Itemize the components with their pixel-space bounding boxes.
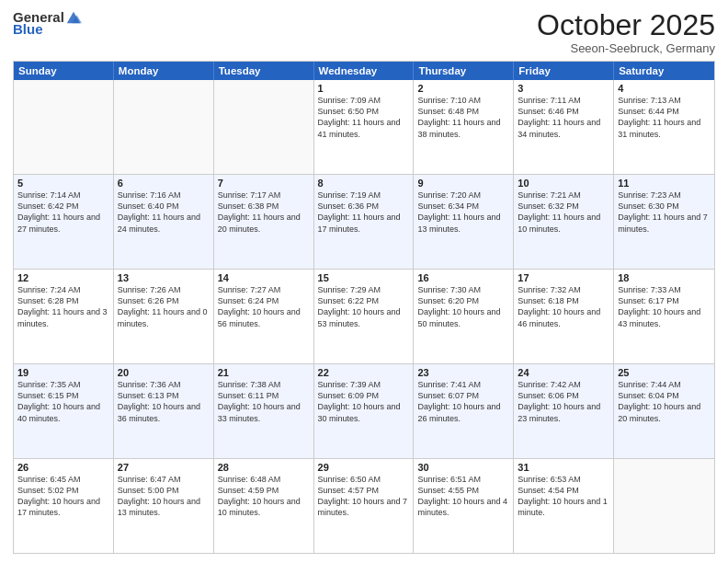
cell-detail: Sunrise: 7:41 AM Sunset: 6:07 PM Dayligh… (417, 379, 509, 424)
cell-detail: Sunrise: 7:10 AM Sunset: 6:48 PM Dayligh… (417, 95, 509, 140)
cell-detail: Sunrise: 7:20 AM Sunset: 6:34 PM Dayligh… (417, 190, 509, 235)
cell-detail: Sunrise: 7:38 AM Sunset: 6:11 PM Dayligh… (218, 379, 310, 424)
cell-detail: Sunrise: 7:30 AM Sunset: 6:20 PM Dayligh… (417, 284, 509, 329)
day-number: 17 (518, 272, 609, 283)
cal-cell: 31Sunrise: 6:53 AM Sunset: 4:54 PM Dayli… (514, 459, 614, 553)
cal-header-sunday: Sunday (14, 62, 114, 80)
cell-detail: Sunrise: 7:32 AM Sunset: 6:18 PM Dayligh… (518, 284, 609, 329)
cal-header-saturday: Saturday (614, 62, 714, 80)
cal-cell: 27Sunrise: 6:47 AM Sunset: 5:00 PM Dayli… (114, 459, 214, 553)
cal-header-tuesday: Tuesday (214, 62, 314, 80)
header-right: October 2025 Seeon-Seebruck, Germany (537, 9, 715, 55)
cal-cell: 14Sunrise: 7:27 AM Sunset: 6:24 PM Dayli… (214, 270, 314, 363)
day-number: 31 (518, 462, 609, 473)
cell-detail: Sunrise: 6:51 AM Sunset: 4:55 PM Dayligh… (417, 474, 509, 519)
cell-detail: Sunrise: 7:33 AM Sunset: 6:17 PM Dayligh… (618, 284, 711, 329)
cal-cell: 3Sunrise: 7:11 AM Sunset: 6:46 PM Daylig… (514, 80, 614, 174)
month-title: October 2025 (537, 9, 715, 41)
cal-header-wednesday: Wednesday (314, 62, 415, 80)
cell-detail: Sunrise: 7:16 AM Sunset: 6:40 PM Dayligh… (118, 190, 210, 235)
cal-week-3: 12Sunrise: 7:24 AM Sunset: 6:28 PM Dayli… (14, 269, 714, 363)
cell-detail: Sunrise: 7:36 AM Sunset: 6:13 PM Dayligh… (118, 379, 210, 424)
logo-blue-text: Blue (13, 22, 43, 38)
cal-cell: 4Sunrise: 7:13 AM Sunset: 6:44 PM Daylig… (614, 80, 714, 174)
cal-cell: 30Sunrise: 6:51 AM Sunset: 4:55 PM Dayli… (414, 459, 514, 553)
day-number: 28 (218, 462, 310, 473)
cal-week-2: 5Sunrise: 7:14 AM Sunset: 6:42 PM Daylig… (14, 174, 714, 269)
day-number: 23 (417, 367, 509, 378)
cal-cell: 29Sunrise: 6:50 AM Sunset: 4:57 PM Dayli… (314, 459, 415, 553)
cal-cell: 12Sunrise: 7:24 AM Sunset: 6:28 PM Dayli… (14, 270, 114, 363)
day-number: 29 (318, 462, 410, 473)
day-number: 7 (218, 178, 310, 189)
cal-cell: 24Sunrise: 7:42 AM Sunset: 6:06 PM Dayli… (514, 364, 614, 458)
cell-detail: Sunrise: 7:44 AM Sunset: 6:04 PM Dayligh… (618, 379, 711, 424)
day-number: 8 (318, 178, 410, 189)
header: General Blue October 2025 Seeon-Seebruck… (13, 9, 715, 55)
cal-cell: 16Sunrise: 7:30 AM Sunset: 6:20 PM Dayli… (414, 270, 514, 363)
cal-cell: 6Sunrise: 7:16 AM Sunset: 6:40 PM Daylig… (114, 175, 214, 269)
day-number: 24 (518, 367, 609, 378)
cell-detail: Sunrise: 7:24 AM Sunset: 6:28 PM Dayligh… (17, 284, 109, 329)
day-number: 26 (17, 462, 109, 473)
cal-cell (614, 459, 714, 553)
day-number: 25 (618, 367, 711, 378)
cell-detail: Sunrise: 7:19 AM Sunset: 6:36 PM Dayligh… (318, 190, 410, 235)
cal-cell: 1Sunrise: 7:09 AM Sunset: 6:50 PM Daylig… (314, 80, 415, 174)
cell-detail: Sunrise: 7:14 AM Sunset: 6:42 PM Dayligh… (17, 190, 109, 235)
cal-cell: 22Sunrise: 7:39 AM Sunset: 6:09 PM Dayli… (314, 364, 415, 458)
day-number: 11 (618, 178, 711, 189)
cal-cell (114, 80, 214, 174)
day-number: 30 (417, 462, 509, 473)
cal-cell: 25Sunrise: 7:44 AM Sunset: 6:04 PM Dayli… (614, 364, 714, 458)
calendar-body: 1Sunrise: 7:09 AM Sunset: 6:50 PM Daylig… (14, 80, 714, 553)
cal-cell: 23Sunrise: 7:41 AM Sunset: 6:07 PM Dayli… (414, 364, 514, 458)
day-number: 19 (17, 367, 109, 378)
cell-detail: Sunrise: 6:53 AM Sunset: 4:54 PM Dayligh… (518, 474, 609, 519)
cell-detail: Sunrise: 7:39 AM Sunset: 6:09 PM Dayligh… (318, 379, 410, 424)
cal-cell: 8Sunrise: 7:19 AM Sunset: 6:36 PM Daylig… (314, 175, 415, 269)
cal-cell (214, 80, 314, 174)
cell-detail: Sunrise: 7:23 AM Sunset: 6:30 PM Dayligh… (618, 190, 711, 235)
cal-week-5: 26Sunrise: 6:45 AM Sunset: 5:02 PM Dayli… (14, 458, 714, 553)
cal-cell (14, 80, 114, 174)
calendar: SundayMondayTuesdayWednesdayThursdayFrid… (13, 61, 715, 554)
day-number: 13 (118, 272, 210, 283)
cal-header-friday: Friday (514, 62, 614, 80)
cell-detail: Sunrise: 7:09 AM Sunset: 6:50 PM Dayligh… (318, 95, 410, 140)
cal-cell: 18Sunrise: 7:33 AM Sunset: 6:17 PM Dayli… (614, 270, 714, 363)
day-number: 2 (417, 83, 509, 94)
calendar-header-row: SundayMondayTuesdayWednesdayThursdayFrid… (14, 62, 714, 80)
day-number: 5 (17, 178, 109, 189)
cell-detail: Sunrise: 6:45 AM Sunset: 5:02 PM Dayligh… (17, 474, 109, 519)
logo: General Blue (13, 9, 82, 38)
cal-cell: 15Sunrise: 7:29 AM Sunset: 6:22 PM Dayli… (314, 270, 415, 363)
day-number: 20 (118, 367, 210, 378)
day-number: 14 (218, 272, 310, 283)
cell-detail: Sunrise: 7:21 AM Sunset: 6:32 PM Dayligh… (518, 190, 609, 235)
cell-detail: Sunrise: 6:50 AM Sunset: 4:57 PM Dayligh… (318, 474, 410, 519)
cell-detail: Sunrise: 7:26 AM Sunset: 6:26 PM Dayligh… (118, 284, 210, 329)
day-number: 12 (17, 272, 109, 283)
day-number: 18 (618, 272, 711, 283)
cell-detail: Sunrise: 7:13 AM Sunset: 6:44 PM Dayligh… (618, 95, 711, 140)
location: Seeon-Seebruck, Germany (537, 41, 715, 55)
page: General Blue October 2025 Seeon-Seebruck… (0, 0, 728, 563)
cell-detail: Sunrise: 7:17 AM Sunset: 6:38 PM Dayligh… (218, 190, 310, 235)
day-number: 21 (218, 367, 310, 378)
cell-detail: Sunrise: 7:29 AM Sunset: 6:22 PM Dayligh… (318, 284, 410, 329)
cal-cell: 13Sunrise: 7:26 AM Sunset: 6:26 PM Dayli… (114, 270, 214, 363)
cell-detail: Sunrise: 7:35 AM Sunset: 6:15 PM Dayligh… (17, 379, 109, 424)
day-number: 10 (518, 178, 609, 189)
cal-week-4: 19Sunrise: 7:35 AM Sunset: 6:15 PM Dayli… (14, 363, 714, 458)
cal-cell: 26Sunrise: 6:45 AM Sunset: 5:02 PM Dayli… (14, 459, 114, 553)
cell-detail: Sunrise: 7:11 AM Sunset: 6:46 PM Dayligh… (518, 95, 609, 140)
cal-cell: 9Sunrise: 7:20 AM Sunset: 6:34 PM Daylig… (414, 175, 514, 269)
day-number: 1 (318, 83, 410, 94)
cal-header-monday: Monday (114, 62, 214, 80)
cell-detail: Sunrise: 6:48 AM Sunset: 4:59 PM Dayligh… (218, 474, 310, 519)
cal-cell: 20Sunrise: 7:36 AM Sunset: 6:13 PM Dayli… (114, 364, 214, 458)
cal-week-1: 1Sunrise: 7:09 AM Sunset: 6:50 PM Daylig… (14, 80, 714, 174)
cal-cell: 11Sunrise: 7:23 AM Sunset: 6:30 PM Dayli… (614, 175, 714, 269)
day-number: 15 (318, 272, 410, 283)
